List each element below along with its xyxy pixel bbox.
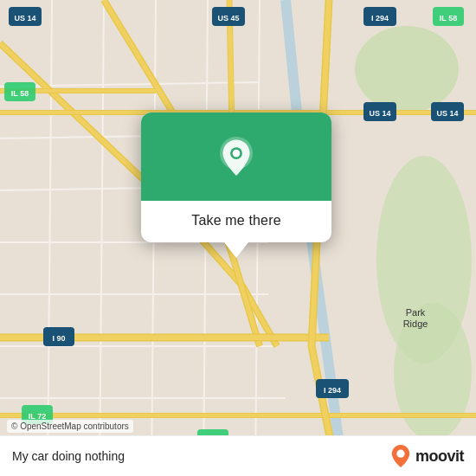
svg-text:US 14: US 14 bbox=[369, 109, 390, 118]
svg-text:I 294: I 294 bbox=[324, 386, 341, 395]
moovit-pin-icon bbox=[391, 445, 410, 467]
svg-text:Ridge: Ridge bbox=[403, 318, 428, 329]
svg-text:US 45: US 45 bbox=[217, 14, 239, 23]
svg-point-1 bbox=[355, 26, 459, 113]
take-me-there-button[interactable]: Take me there bbox=[176, 201, 296, 242]
svg-text:US 14: US 14 bbox=[436, 109, 458, 118]
popup-header bbox=[141, 113, 331, 201]
bottom-bar: My car doing nothing moovit bbox=[0, 435, 476, 476]
svg-text:I 90: I 90 bbox=[52, 334, 65, 343]
popup-card: Take me there bbox=[141, 113, 331, 242]
svg-text:IL 58: IL 58 bbox=[11, 89, 29, 98]
svg-text:US 14: US 14 bbox=[14, 14, 35, 23]
location-info: My car doing nothing bbox=[12, 449, 125, 463]
moovit-brand-text: moovit bbox=[415, 447, 464, 466]
moovit-logo: moovit bbox=[391, 445, 464, 467]
osm-attribution: © OpenStreetMap contributors bbox=[7, 420, 133, 433]
svg-text:Park: Park bbox=[406, 307, 426, 318]
location-pin-icon bbox=[214, 137, 259, 182]
svg-text:IL 58: IL 58 bbox=[440, 14, 457, 23]
map-container: US 14 US 45 I 294 IL 58 IL 58 US 14 US 1… bbox=[0, 0, 476, 476]
location-name: My car doing nothing bbox=[12, 449, 125, 463]
svg-point-42 bbox=[233, 150, 241, 158]
svg-point-43 bbox=[396, 450, 404, 458]
svg-text:I 294: I 294 bbox=[371, 14, 389, 23]
